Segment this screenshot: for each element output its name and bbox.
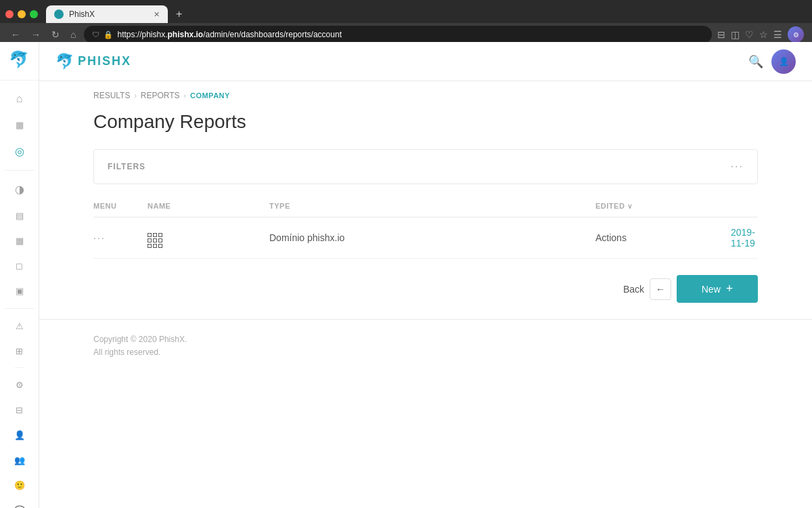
sidebar-toggle-icon[interactable]: ◫ xyxy=(731,29,740,40)
sidebar-item-doc2[interactable]: ▣ xyxy=(0,279,39,303)
document-icon: ▤ xyxy=(16,211,24,221)
sidebar-item-settings[interactable]: ⚙ xyxy=(14,373,25,397)
tab-close-button[interactable]: ✕ xyxy=(154,10,160,19)
sidebar-logo[interactable]: 🐬 xyxy=(0,42,39,81)
back-arrow-button[interactable]: ← xyxy=(650,278,671,300)
grid-icon: ▦ xyxy=(16,120,24,130)
sidebar-item-alert[interactable]: ⚠ xyxy=(0,314,39,338)
address-bar[interactable]: 🛡 🔒 https://phishx.phishx.io/admin/en/da… xyxy=(84,26,712,43)
sort-icon[interactable]: ∨ xyxy=(627,203,633,210)
row-name: Domínio phishx.io xyxy=(269,232,595,243)
tab-title: PhishX xyxy=(69,9,95,19)
sidebar-item-contacts[interactable]: 👤 xyxy=(14,423,25,447)
footer-line2: All rights reserved. xyxy=(93,346,758,359)
footer-line1: Copyright © 2020 PhishX. xyxy=(93,333,758,346)
new-tab-button[interactable]: + xyxy=(171,5,187,23)
user-avatar[interactable]: 👤 xyxy=(771,49,796,74)
person-icon: 🙂 xyxy=(14,480,25,490)
sidebar-item-home[interactable]: ⌂ xyxy=(0,86,39,112)
logo-dolphin-icon: 🐬 xyxy=(9,50,30,72)
browser-profile[interactable]: ⚙ xyxy=(788,26,804,43)
app-logo-text: PHISHX xyxy=(78,54,131,68)
sidebar-divider-3 xyxy=(15,367,24,368)
breadcrumb-results[interactable]: RESULTS xyxy=(93,91,130,100)
library-icon: ⊟ xyxy=(16,405,23,415)
sidebar-item-dashboard[interactable]: ▦ xyxy=(0,113,39,137)
sidebar-item-document[interactable]: ▤ xyxy=(0,204,39,228)
reader-icon[interactable]: ⊟ xyxy=(717,29,725,40)
back-nav-button[interactable]: ← xyxy=(8,28,23,41)
row-grid-icon xyxy=(148,228,269,248)
avatar-initials: 👤 xyxy=(779,57,789,66)
table-header: MENU NAME TYPE EDITED ∨ xyxy=(93,195,758,217)
chat-icon: 💬 xyxy=(14,505,25,508)
breadcrumb-sep-2: › xyxy=(184,92,186,100)
file-icon: ◻ xyxy=(16,261,23,271)
sidebar-nav: ⌂ ▦ ◎ ◑ ▤ ▦ ◻ ▣ xyxy=(0,81,39,363)
sidebar-bottom: ⚙ ⊟ 👤 👥 🙂 💬 xyxy=(14,363,25,508)
row-edited-date: 2019-11-19 xyxy=(731,227,758,249)
star-icon[interactable]: ☆ xyxy=(759,29,768,40)
sidebar-item-targets[interactable]: ◎ xyxy=(0,138,39,165)
settings-icon: ⚙ xyxy=(16,380,24,390)
breadcrumb-company: COMPANY xyxy=(190,91,230,100)
contacts-icon: 👤 xyxy=(14,430,25,440)
close-button[interactable] xyxy=(5,10,14,18)
table-row: ··· xyxy=(93,217,758,259)
app-logo: 🐬 PHISHX xyxy=(55,53,131,70)
row-type: Actions xyxy=(595,232,731,243)
new-button-label: New xyxy=(702,284,721,295)
filters-more-button[interactable]: ··· xyxy=(731,161,744,173)
breadcrumb-sep-1: › xyxy=(134,92,136,100)
maximize-button[interactable] xyxy=(30,10,38,18)
minimize-button[interactable] xyxy=(18,10,26,18)
th-spacer xyxy=(731,202,758,210)
new-plus-icon: + xyxy=(726,282,734,296)
sidebar-item-chat[interactable]: 💬 xyxy=(14,499,25,508)
app-logo-dolphin-icon: 🐬 xyxy=(55,53,74,70)
archive-icon: ⊞ xyxy=(16,346,23,356)
profile-icon: ⚙ xyxy=(793,31,799,39)
back-label: Back xyxy=(623,284,644,295)
url-display: https://phishx.phishx.io/admin/en/dashbo… xyxy=(117,30,704,39)
target-icon: ◎ xyxy=(15,145,24,158)
doc2-icon: ▣ xyxy=(16,286,24,296)
bookmark-icon[interactable]: ♡ xyxy=(745,29,754,40)
page-title: Company Reports xyxy=(93,111,758,133)
filters-label: FILTERS xyxy=(108,162,145,171)
sidebar-item-file[interactable]: ◻ xyxy=(0,254,39,278)
sidebar-item-person[interactable]: 🙂 xyxy=(14,473,25,497)
search-button[interactable]: 🔍 xyxy=(748,54,763,69)
bottom-actions: Back ← New + xyxy=(93,275,758,303)
home-icon: ⌂ xyxy=(16,93,23,105)
filters-section: FILTERS ··· xyxy=(93,149,758,184)
page-title-area: Company Reports xyxy=(39,106,812,149)
campaign-icon: ▦ xyxy=(16,236,24,246)
alert-icon: ⚠ xyxy=(16,321,24,331)
sidebar-item-analytics[interactable]: ◑ xyxy=(0,176,39,203)
sidebar-item-archive[interactable]: ⊞ xyxy=(0,339,39,363)
th-edited: EDITED ∨ xyxy=(595,202,731,210)
th-name: NAME xyxy=(148,202,269,210)
sidebar-item-campaigns[interactable]: ▦ xyxy=(0,229,39,253)
breadcrumb: RESULTS › REPORTS › COMPANY xyxy=(39,81,812,106)
active-tab[interactable]: PhishX ✕ xyxy=(46,5,168,23)
table-section: MENU NAME TYPE EDITED ∨ ··· xyxy=(93,195,758,259)
app-main: 🐬 PHISHX 🔍 👤 RESULTS › REPORTS › COMPANY… xyxy=(39,42,812,508)
shield-icon: 🛡 xyxy=(92,30,99,39)
forward-nav-button[interactable]: → xyxy=(28,28,43,41)
sidebar-item-library[interactable]: ⊟ xyxy=(14,398,25,422)
content-area: RESULTS › REPORTS › COMPANY Company Repo… xyxy=(39,81,812,508)
new-button[interactable]: New + xyxy=(677,275,758,303)
reload-button[interactable]: ↻ xyxy=(49,28,62,41)
home-nav-button[interactable]: ⌂ xyxy=(68,28,78,41)
breadcrumb-reports[interactable]: REPORTS xyxy=(141,91,180,100)
th-type: TYPE xyxy=(269,202,595,210)
group-icon: 👥 xyxy=(14,455,25,465)
sidebar-divider-2 xyxy=(4,308,35,309)
sidebar: 🐬 ⌂ ▦ ◎ ◑ ▤ ▦ ◻ xyxy=(0,42,39,508)
lock-icon: 🔒 xyxy=(104,30,113,39)
row-menu-dots[interactable]: ··· xyxy=(93,232,148,244)
sidebar-item-group[interactable]: 👥 xyxy=(14,448,25,472)
menu-icon[interactable]: ☰ xyxy=(773,29,782,40)
